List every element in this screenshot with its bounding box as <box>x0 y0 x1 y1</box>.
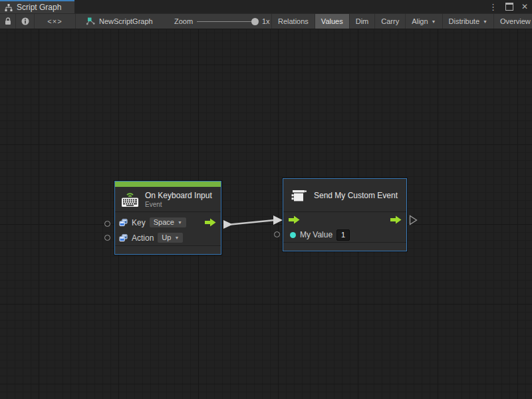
flow-out-port[interactable] <box>390 215 402 224</box>
code-preview-button[interactable]: <×> <box>35 14 76 29</box>
enum-type-icon <box>119 219 128 227</box>
graph-icon <box>86 17 95 25</box>
flow-out-port[interactable] <box>205 218 216 227</box>
lock-button[interactable] <box>0 14 16 29</box>
key-port-socket[interactable] <box>104 221 110 227</box>
toolbar: <×> NewScriptGraph Zoom 1x Relations Val… <box>0 13 532 29</box>
script-graph-window: Script Graph ⋮ ✕ <box>0 0 532 399</box>
info-icon <box>21 17 29 25</box>
port-label: Action <box>132 233 154 243</box>
toolbar-button-group: Relations Values Dim Carry Align ▼ Distr… <box>271 14 532 29</box>
connection-wire[interactable] <box>0 29 532 399</box>
overview-button[interactable]: Overview <box>493 14 532 29</box>
my-value-port-socket[interactable] <box>274 231 280 237</box>
node-titles: On Keyboard Input Event <box>145 191 212 208</box>
port-row-flow <box>283 212 406 227</box>
chevron-down-icon: ▼ <box>483 19 487 24</box>
node-title: Send My Custom Event <box>314 191 398 200</box>
align-dropdown-button[interactable]: Align ▼ <box>405 14 442 29</box>
node-header: On Keyboard Input Event <box>115 187 221 212</box>
window-controls: ⋮ ✕ <box>489 0 528 13</box>
distribute-dropdown-button[interactable]: Distribute ▼ <box>442 14 493 29</box>
hierarchy-icon <box>5 4 13 11</box>
menu-icon[interactable]: ⋮ <box>489 3 497 11</box>
node-send-my-custom-event[interactable]: Send My Custom Event My Value 1 <box>283 178 407 251</box>
lock-icon <box>5 17 11 25</box>
port-row-my-value: My Value 1 <box>283 227 406 242</box>
node-ports: Key Space ▼ <box>115 212 221 245</box>
key-dropdown[interactable]: Space ▼ <box>150 217 186 227</box>
node-subtitle: Event <box>145 201 212 208</box>
node-footer <box>283 242 406 251</box>
action-port-socket[interactable] <box>104 235 110 241</box>
zoom-label: Zoom <box>174 14 193 29</box>
titlebar: Script Graph ⋮ ✕ <box>0 0 532 13</box>
value-port-icon[interactable] <box>290 232 296 238</box>
zoom-slider-track[interactable] <box>197 21 255 22</box>
tab-title: Script Graph <box>17 3 61 12</box>
unit-icon <box>290 188 307 203</box>
relations-button[interactable]: Relations <box>271 14 315 29</box>
graph-breadcrumb[interactable]: NewScriptGraph <box>86 14 153 29</box>
tab-script-graph[interactable]: Script Graph <box>0 0 74 13</box>
flow-out-socket[interactable] <box>409 215 418 225</box>
node-title: On Keyboard Input <box>145 191 212 200</box>
node-footer <box>115 245 221 254</box>
port-row-action: Action Up ▼ <box>115 231 221 245</box>
info-button[interactable] <box>16 14 35 29</box>
carry-button[interactable]: Carry <box>374 14 405 29</box>
flow-in-port[interactable] <box>289 215 300 224</box>
enum-type-icon <box>119 234 128 242</box>
node-on-keyboard-input[interactable]: On Keyboard Input Event Key <box>114 181 221 255</box>
graph-canvas[interactable]: On Keyboard Input Event Key <box>0 29 532 399</box>
code-icon: <×> <box>47 17 62 25</box>
event-accent-bar <box>115 182 221 187</box>
port-label: Key <box>132 218 146 227</box>
maximize-icon[interactable] <box>505 3 513 11</box>
port-row-key: Key Space ▼ <box>115 215 221 229</box>
node-header: Send My Custom Event <box>283 179 406 212</box>
values-button[interactable]: Values <box>315 14 349 29</box>
node-ports: My Value 1 <box>283 212 406 242</box>
my-value-input[interactable]: 1 <box>336 229 350 241</box>
chevron-down-icon: ▼ <box>178 220 182 225</box>
zoom-slider-handle[interactable] <box>251 18 259 25</box>
close-icon[interactable]: ✕ <box>521 3 528 11</box>
chevron-down-icon: ▼ <box>174 235 179 240</box>
port-label: My Value <box>300 230 332 239</box>
dim-button[interactable]: Dim <box>349 14 375 29</box>
zoom-value: 1x <box>262 14 270 29</box>
graph-name: NewScriptGraph <box>99 17 153 25</box>
chevron-down-icon: ▼ <box>432 19 436 24</box>
keyboard-icon <box>120 191 140 207</box>
action-dropdown[interactable]: Up ▼ <box>158 233 183 243</box>
